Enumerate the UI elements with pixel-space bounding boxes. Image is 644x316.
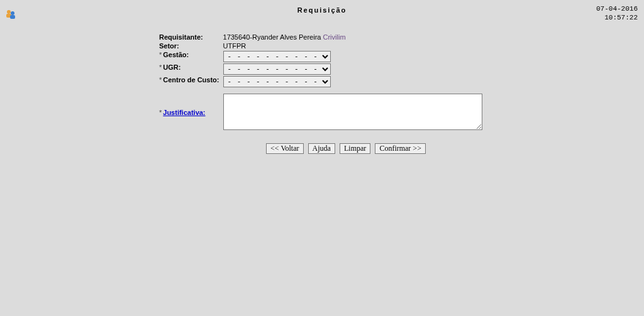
select-centro-custo[interactable]: - - - - - - - - - - — [223, 76, 331, 87]
time-text: 10:57:22 — [596, 14, 638, 23]
link-justificativa[interactable]: Justificativa: — [163, 109, 205, 116]
label-setor: Setor: — [157, 41, 221, 50]
label-centro-custo: *Centro de Custo: — [157, 75, 221, 88]
button-row: << Voltar Ajuda Limpar Confirmar >> — [182, 143, 509, 154]
svg-rect-3 — [10, 15, 15, 19]
label-justificativa: *Justificativa: — [157, 93, 221, 132]
value-setor: UTFPR — [221, 41, 484, 50]
limpar-button[interactable]: Limpar — [340, 143, 370, 154]
value-requisitante: 1735640-Ryander Alves Pereira Crivilim — [221, 33, 484, 41]
label-ugr: *UGR: — [157, 63, 221, 75]
ajuda-button[interactable]: Ajuda — [308, 143, 335, 154]
form-area: Requisitante: 1735640-Ryander Alves Pere… — [157, 33, 509, 154]
page-title: Requisição — [0, 6, 644, 14]
confirmar-button[interactable]: Confirmar >> — [375, 143, 426, 154]
voltar-button[interactable]: << Voltar — [266, 143, 303, 154]
select-gestao[interactable]: - - - - - - - - - - — [223, 51, 331, 62]
date-text: 07-04-2016 — [596, 5, 638, 14]
datetime-block: 07-04-2016 10:57:22 — [596, 5, 638, 23]
textarea-justificativa[interactable] — [223, 94, 482, 130]
select-ugr[interactable]: - - - - - - - - - - — [223, 63, 331, 75]
label-requisitante: Requisitante: — [157, 33, 221, 41]
label-gestao: *Gestão: — [157, 50, 221, 63]
